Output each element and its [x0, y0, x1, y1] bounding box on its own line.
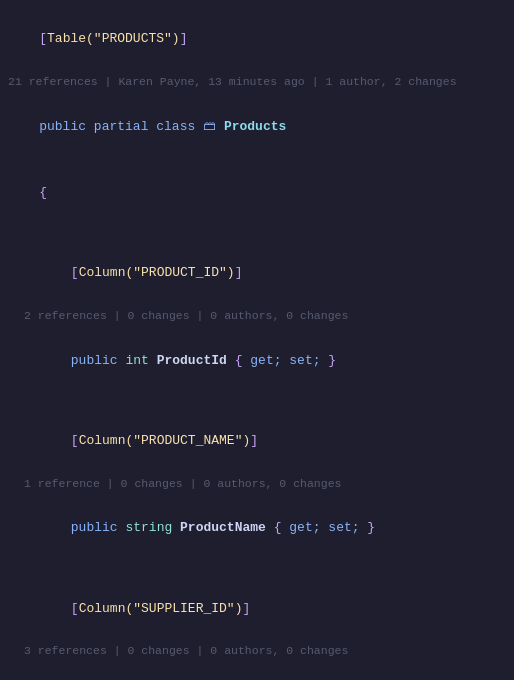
product-name-attr-line: [Column("PRODUCT_NAME")] [0, 408, 514, 474]
product-name-meta-line: 1 reference | 0 changes | 0 authors, 0 c… [0, 474, 514, 495]
product-name-block: [Column("PRODUCT_NAME")] 1 reference | 0… [0, 408, 514, 562]
empty-line-3 [0, 561, 514, 575]
open-brace-line: { [0, 160, 514, 226]
keyword-class: class [156, 119, 195, 134]
keyword-public: public [39, 119, 86, 134]
supplier-id-block: [Column("SUPPLIER_ID")] 3 references | 0… [0, 575, 514, 680]
keyword-partial: partial [94, 119, 149, 134]
product-id-decl-line: public int ProductId { get; set; } [0, 327, 514, 393]
table-attr-text: Table("PRODUCTS") [47, 31, 180, 46]
bracket-open: [ [39, 31, 47, 46]
product-name-decl-line: public string ProductName { get; set; } [0, 495, 514, 561]
db-icon: 🗃 [203, 119, 216, 134]
product-id-block: [Column("PRODUCT_ID")] 2 references | 0 … [0, 240, 514, 394]
product-id-attr-line: [Column("PRODUCT_ID")] [0, 240, 514, 306]
product-name-prop-name: ProductName [180, 520, 266, 535]
empty-line-1 [0, 226, 514, 240]
supplier-id-meta-line: 3 references | 0 changes | 0 authors, 0 … [0, 641, 514, 662]
open-brace: { [39, 185, 47, 200]
product-id-meta-line: 2 references | 0 changes | 0 authors, 0 … [0, 306, 514, 327]
class-declaration-line: public partial class 🗃 Products [0, 93, 514, 159]
supplier-id-decl-line: public int SupplierId { get; set; } [0, 662, 514, 680]
empty-line-2 [0, 394, 514, 408]
supplier-id-attr-line: [Column("SUPPLIER_ID")] [0, 575, 514, 641]
table-attribute: [Table("PRODUCTS")] [0, 6, 514, 72]
product-id-prop-name: ProductId [157, 353, 227, 368]
class-name-products: Products [224, 119, 286, 134]
code-editor: [Table("PRODUCTS")] 21 references | Kare… [0, 0, 514, 680]
class-meta-line: 21 references | Karen Payne, 13 minutes … [0, 72, 514, 93]
bracket-close: ] [180, 31, 188, 46]
